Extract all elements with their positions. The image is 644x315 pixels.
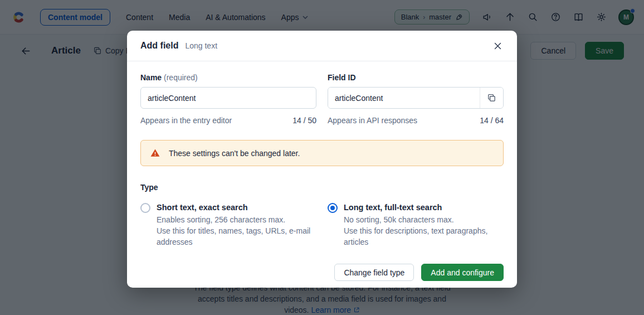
close-icon[interactable] xyxy=(491,40,504,52)
change-field-type-button[interactable]: Change field type xyxy=(334,264,414,281)
option-desc-line2: Use this for descriptions, text paragrap… xyxy=(344,225,504,248)
option-long-text[interactable]: Long text, full-text search No sorting, … xyxy=(328,202,504,248)
name-field-group: Name (required) Appears in the entry edi… xyxy=(140,73,316,125)
name-helper-row: Appears in the entry editor 14 / 50 xyxy=(140,116,316,125)
app-root: Content model Content Media AI & Automat… xyxy=(0,0,644,315)
settings-warning-banner: These settings can't be changed later. xyxy=(140,140,504,166)
field-id-helper-row: Appears in API responses 14 / 64 xyxy=(328,116,504,125)
warning-text: These settings can't be changed later. xyxy=(169,149,300,158)
radio-unselected-icon[interactable] xyxy=(140,203,150,213)
modal-subtitle: Long text xyxy=(185,41,217,50)
type-section-label: Type xyxy=(140,183,504,192)
field-id-input-group xyxy=(328,87,504,109)
field-id-group: Field ID Appears in API responses 14 / 6… xyxy=(328,73,504,125)
option-desc-line1: No sorting, 50k characters max. xyxy=(344,214,504,225)
option-short-text-content: Short text, exact search Enables sorting… xyxy=(157,202,316,248)
copy-field-id-button[interactable] xyxy=(480,88,503,108)
option-long-text-content: Long text, full-text search No sorting, … xyxy=(344,202,504,248)
option-short-text[interactable]: Short text, exact search Enables sorting… xyxy=(140,202,316,248)
field-id-input[interactable] xyxy=(328,88,480,108)
field-id-char-counter: 14 / 64 xyxy=(480,116,504,125)
option-title: Short text, exact search xyxy=(157,202,316,213)
radio-selected-icon[interactable] xyxy=(328,203,338,213)
name-input[interactable] xyxy=(140,87,316,109)
option-desc-line2: Use this for titles, names, tags, URLs, … xyxy=(157,225,316,248)
warning-triangle-icon xyxy=(150,148,160,158)
required-hint: (required) xyxy=(164,73,198,82)
name-label-text: Name xyxy=(140,73,162,82)
field-id-label: Field ID xyxy=(328,73,504,82)
name-char-counter: 14 / 50 xyxy=(292,116,316,125)
name-label: Name (required) xyxy=(140,73,316,82)
type-options: Short text, exact search Enables sorting… xyxy=(140,202,504,248)
add-field-modal: Add field Long text Name (required) Appe… xyxy=(127,31,517,288)
name-id-grid: Name (required) Appears in the entry edi… xyxy=(140,73,504,125)
field-id-helper-text: Appears in API responses xyxy=(328,116,417,125)
add-and-configure-button[interactable]: Add and configure xyxy=(421,264,504,281)
modal-title: Add field xyxy=(140,41,178,51)
name-helper-text: Appears in the entry editor xyxy=(140,116,232,125)
modal-footer: Change field type Add and configure xyxy=(140,264,504,281)
modal-header: Add field Long text xyxy=(127,31,517,61)
option-desc-line1: Enables sorting, 256 characters max. xyxy=(157,214,316,225)
option-desc: No sorting, 50k characters max. Use this… xyxy=(344,214,504,248)
option-title: Long text, full-text search xyxy=(344,202,504,213)
option-desc: Enables sorting, 256 characters max. Use… xyxy=(157,214,316,248)
copy-icon xyxy=(487,93,496,103)
modal-body: Name (required) Appears in the entry edi… xyxy=(127,61,517,288)
